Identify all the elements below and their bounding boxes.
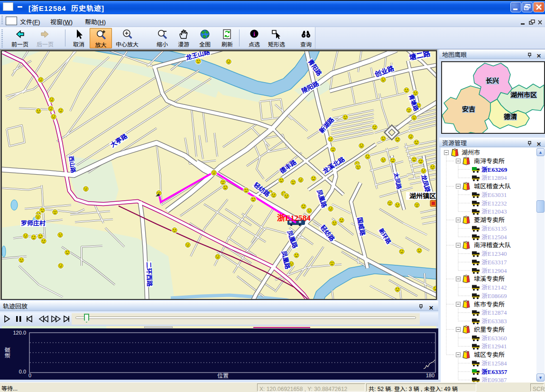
svg-text:二环西路: 二环西路 (145, 261, 155, 287)
svg-text:罗师庄村: 罗师庄村 (21, 218, 46, 227)
svg-text:180: 180 (426, 373, 434, 378)
svg-text:城区专卖所: 城区专卖所 (474, 350, 505, 359)
svg-text:浙E12232: 浙E12232 (481, 198, 507, 207)
svg-text:浙E12584: 浙E12584 (277, 211, 311, 223)
svg-text:浙E63317: 浙E63317 (481, 257, 507, 266)
svg-text:城区稽查大队: 城区稽查大队 (474, 181, 511, 190)
svg-text:菱湖专卖所: 菱湖专卖所 (474, 215, 505, 224)
svg-text:南浔稽查大队: 南浔稽查大队 (474, 240, 511, 249)
svg-text:速度: 速度 (3, 347, 11, 358)
svg-text:浙E12874: 浙E12874 (481, 308, 507, 317)
svg-text:湖州市: 湖州市 (462, 148, 480, 157)
svg-text:0.0: 0.0 (19, 369, 26, 374)
svg-text:浙E12894: 浙E12894 (481, 173, 507, 182)
svg-text:练市专卖所: 练市专卖所 (474, 299, 505, 308)
svg-text:浙E63269: 浙E63269 (481, 165, 508, 174)
svg-text:120.0: 120.0 (13, 330, 26, 336)
svg-text:浙E63135: 浙E63135 (481, 224, 507, 233)
svg-text:i: i (253, 30, 255, 37)
svg-text:埭溪专卖所: 埭溪专卖所 (474, 274, 505, 283)
svg-text:浙E12043: 浙E12043 (481, 206, 507, 215)
svg-text:长兴: 长兴 (486, 75, 499, 85)
svg-text:德清: 德清 (504, 112, 517, 121)
svg-text:湖州镇区: 湖州镇区 (409, 191, 436, 200)
svg-text:浙E12340: 浙E12340 (481, 249, 507, 258)
svg-text:浙E63031: 浙E63031 (481, 190, 507, 199)
svg-text:浙E63357: 浙E63357 (481, 367, 508, 376)
svg-text:浙E63383: 浙E63383 (481, 316, 507, 325)
svg-text:浙E09387: 浙E09387 (481, 375, 507, 382)
svg-text:浙E63360: 浙E63360 (481, 333, 507, 342)
svg-text:浙E12941: 浙E12941 (481, 341, 507, 350)
svg-text:浙E12504: 浙E12504 (481, 232, 507, 241)
svg-text:湖州市区: 湖州市区 (510, 90, 537, 99)
svg-text:位置: 位置 (217, 371, 229, 379)
svg-text:安吉: 安吉 (462, 104, 475, 113)
svg-text:南浔专卖所: 南浔专卖所 (474, 156, 505, 165)
svg-text:浙E12142: 浙E12142 (481, 282, 507, 291)
svg-text:浙E12584: 浙E12584 (481, 358, 507, 367)
svg-text:浙E08669: 浙E08669 (481, 291, 507, 300)
svg-text:织里专卖所: 织里专卖所 (474, 325, 505, 334)
svg-text:0: 0 (28, 373, 31, 378)
svg-text:浙E12904: 浙E12904 (481, 266, 507, 275)
